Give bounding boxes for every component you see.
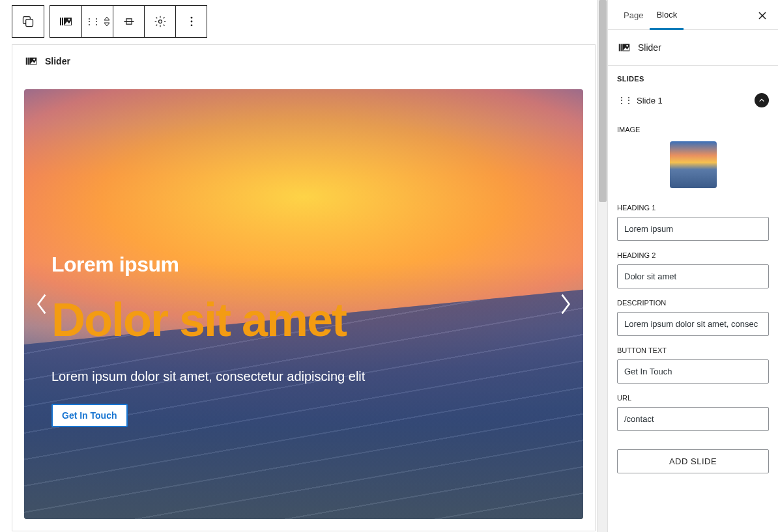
slider-icon bbox=[24, 54, 38, 68]
svg-rect-16 bbox=[619, 44, 620, 51]
svg-point-8 bbox=[158, 20, 162, 23]
image-label: IMAGE bbox=[617, 126, 769, 133]
slides-label: SLIDES bbox=[617, 75, 769, 83]
svg-rect-12 bbox=[26, 58, 27, 65]
svg-rect-1 bbox=[26, 20, 33, 27]
slider-block[interactable]: Slider Lorem ipsum Dolor sit amet Lorem … bbox=[12, 44, 596, 531]
button-text-label: BUTTON TEXT bbox=[617, 346, 769, 354]
slider-preview: Lorem ipsum Dolor sit amet Lorem ipsum d… bbox=[24, 89, 583, 519]
chevron-left-icon bbox=[35, 292, 49, 316]
slides-section: SLIDES Slide 1 bbox=[608, 66, 778, 120]
svg-point-15 bbox=[33, 59, 35, 61]
slide-item-label: Slide 1 bbox=[637, 96, 663, 105]
block-type-button[interactable] bbox=[50, 6, 81, 37]
drag-icon bbox=[85, 16, 99, 27]
slide-item-row[interactable]: Slide 1 bbox=[617, 89, 769, 111]
svg-rect-3 bbox=[62, 18, 63, 25]
slide-content: Lorem ipsum Dolor sit amet Lorem ipsum d… bbox=[51, 89, 556, 519]
sidebar-tabs: Page Block bbox=[608, 0, 778, 30]
editor-canvas: Slider Lorem ipsum Dolor sit amet Lorem … bbox=[0, 0, 607, 532]
select-parent-button[interactable] bbox=[12, 6, 44, 37]
settings-sidebar: Page Block Slider SLIDES Slide 1 IMAGE H… bbox=[607, 0, 778, 532]
block-title: Slider bbox=[45, 56, 70, 66]
close-icon bbox=[757, 10, 768, 21]
prev-slide-button[interactable] bbox=[28, 286, 55, 322]
image-field: IMAGE bbox=[608, 120, 778, 199]
chevron-up-icon bbox=[758, 97, 765, 104]
heading1-label: HEADING 1 bbox=[617, 204, 769, 212]
add-slide-button[interactable]: ADD SLIDE bbox=[617, 449, 769, 473]
button-text-input[interactable] bbox=[617, 359, 769, 384]
heading2-field: HEADING 2 bbox=[608, 246, 778, 294]
svg-point-19 bbox=[626, 45, 628, 47]
url-label: URL bbox=[617, 394, 769, 402]
close-sidebar-button[interactable] bbox=[755, 8, 770, 23]
image-thumbnail[interactable] bbox=[670, 141, 717, 188]
svg-point-5 bbox=[68, 19, 70, 21]
heading2-input[interactable] bbox=[617, 264, 769, 288]
drag-handle-button[interactable] bbox=[81, 6, 113, 37]
svg-point-11 bbox=[190, 24, 192, 26]
url-input[interactable] bbox=[617, 407, 769, 431]
svg-rect-13 bbox=[28, 58, 29, 65]
gear-icon bbox=[154, 15, 167, 28]
block-toolbar bbox=[12, 5, 207, 38]
kebab-icon bbox=[185, 15, 198, 28]
svg-rect-6 bbox=[124, 21, 134, 22]
svg-rect-17 bbox=[621, 44, 622, 51]
move-updown-icon bbox=[103, 15, 111, 28]
url-field: URL bbox=[608, 389, 778, 436]
description-label: DESCRIPTION bbox=[617, 299, 769, 307]
slide-heading-1[interactable]: Lorem ipsum bbox=[51, 253, 556, 277]
description-field: DESCRIPTION bbox=[608, 294, 778, 341]
tab-page[interactable]: Page bbox=[617, 1, 650, 29]
slider-icon bbox=[617, 40, 631, 55]
drag-icon[interactable] bbox=[617, 95, 631, 105]
align-icon bbox=[122, 15, 136, 28]
more-options-button[interactable] bbox=[175, 6, 207, 37]
slide-heading-2[interactable]: Dolor sit amet bbox=[51, 296, 556, 343]
collapse-slide-button[interactable] bbox=[755, 93, 769, 107]
slide-description[interactable]: Lorem ipsum dolor sit amet, consectetur … bbox=[51, 369, 556, 384]
svg-rect-2 bbox=[60, 18, 61, 25]
sidebar-block-header: Slider bbox=[608, 30, 778, 66]
stack-icon bbox=[22, 15, 35, 28]
next-slide-button[interactable] bbox=[552, 286, 579, 322]
svg-point-10 bbox=[190, 21, 192, 23]
heading1-field: HEADING 1 bbox=[608, 199, 778, 246]
sidebar-block-name: Slider bbox=[638, 42, 661, 53]
button-text-field: BUTTON TEXT bbox=[608, 341, 778, 389]
heading2-label: HEADING 2 bbox=[617, 251, 769, 259]
settings-button[interactable] bbox=[144, 6, 175, 37]
heading1-input[interactable] bbox=[617, 217, 769, 241]
block-header: Slider bbox=[12, 45, 595, 77]
tab-block[interactable]: Block bbox=[650, 1, 684, 30]
slide-cta-button[interactable]: Get In Touch bbox=[51, 404, 128, 427]
slider-icon bbox=[58, 14, 74, 29]
align-button[interactable] bbox=[113, 6, 144, 37]
scrollbar-thumb[interactable] bbox=[599, 0, 607, 202]
editor-scrollbar[interactable] bbox=[597, 0, 607, 532]
description-input[interactable] bbox=[617, 312, 769, 336]
chevron-right-icon bbox=[558, 292, 573, 316]
svg-point-9 bbox=[190, 17, 192, 19]
